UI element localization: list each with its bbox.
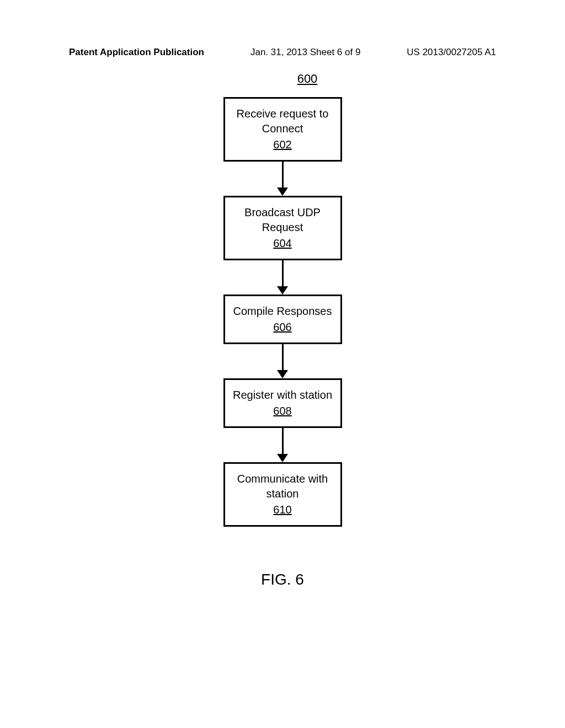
block-text: Communicate with station (237, 473, 328, 500)
header-patent-number: US 2013/0027205 A1 (407, 47, 496, 58)
block-receive-request: Receive request to Connect 602 (223, 97, 342, 162)
figure-number: 600 (297, 72, 318, 86)
flowchart: Receive request to Connect 602 Broadcast… (223, 97, 342, 527)
block-text: Register with station (233, 389, 332, 401)
block-compile-responses: Compile Responses 606 (223, 295, 342, 344)
block-communicate-station: Communicate with station 610 (223, 462, 342, 527)
arrow-icon (277, 428, 288, 462)
arrow-icon (277, 344, 288, 378)
block-broadcast-udp: Broadcast UDP Request 604 (223, 196, 342, 260)
block-number: 602 (231, 137, 335, 152)
block-register-station: Register with station 608 (223, 378, 342, 428)
arrow-icon (277, 260, 288, 295)
block-number: 610 (231, 502, 335, 517)
figure-area: 600 Receive request to Connect 602 Broad… (0, 72, 565, 588)
header-date-sheet: Jan. 31, 2013 Sheet 6 of 9 (250, 47, 360, 58)
page-header: Patent Application Publication Jan. 31, … (0, 47, 565, 58)
block-text: Broadcast UDP Request (244, 206, 321, 233)
block-text: Compile Responses (233, 305, 332, 317)
block-number: 608 (231, 404, 335, 419)
block-text: Receive request to Connect (237, 108, 329, 135)
block-number: 604 (231, 236, 335, 251)
block-number: 606 (231, 320, 335, 335)
header-publication: Patent Application Publication (69, 47, 204, 58)
arrow-icon (277, 162, 288, 196)
figure-caption: FIG. 6 (261, 571, 304, 588)
